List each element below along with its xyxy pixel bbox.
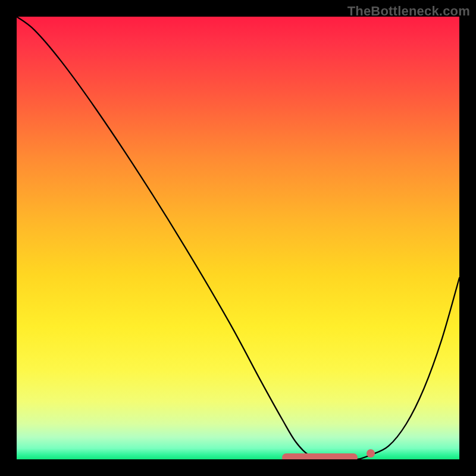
plot-area [17,17,459,459]
bottleneck-curve [17,17,459,459]
marker-dot [367,449,375,458]
chart-root: TheBottleneck.com [0,0,476,476]
watermark-text: TheBottleneck.com [347,4,470,19]
marker-bar [282,453,357,459]
